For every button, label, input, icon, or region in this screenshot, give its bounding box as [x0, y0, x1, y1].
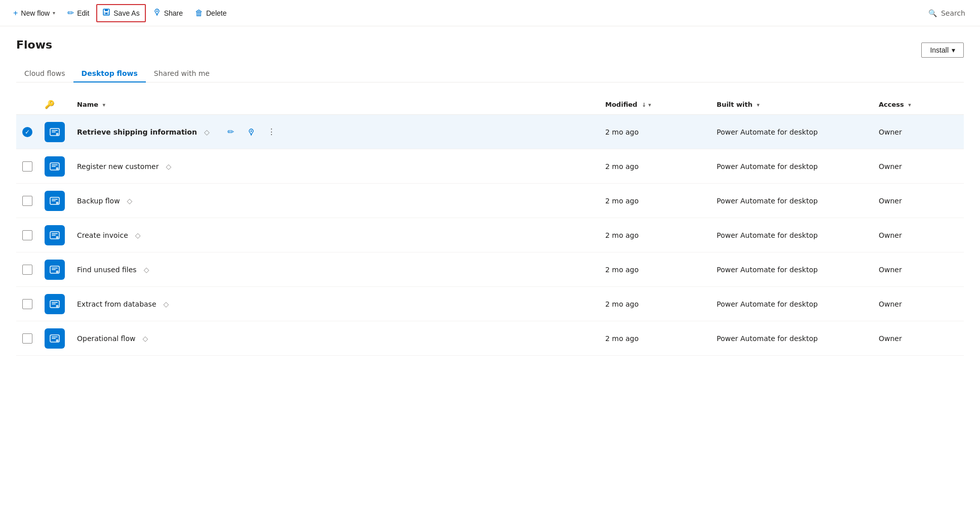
row-built-with: Power Automate for desktop [711, 321, 873, 356]
row-checkbox[interactable] [16, 252, 38, 287]
row-access: Owner [873, 115, 964, 149]
tabs-container: Cloud flows Desktop flows Shared with me [16, 65, 964, 82]
save-as-icon [102, 8, 110, 18]
page-title: Flows [16, 38, 52, 51]
row-access: Owner [873, 287, 964, 321]
access-sort-icon: ▾ [908, 102, 911, 108]
row-built-with: Power Automate for desktop [711, 184, 873, 218]
svg-point-17 [56, 201, 59, 204]
row-flow-icon-cell [38, 149, 71, 184]
row-checkbox[interactable] [16, 184, 38, 218]
table-header: 🔑 Name ▾ Modified ↓ ▾ Built with ▾ Acces… [16, 95, 964, 115]
svg-rect-31 [52, 336, 58, 337]
row-access: Owner [873, 321, 964, 356]
premium-icon: ◇ [144, 266, 149, 274]
edit-button[interactable]: ✏ Edit [62, 5, 94, 21]
toolbar: + New flow ▾ ✏ Edit Save As Share 🗑 D [0, 0, 980, 26]
row-name-cell[interactable]: Create invoice ◇ [71, 218, 599, 252]
flows-table: 🔑 Name ▾ Modified ↓ ▾ Built with ▾ Acces… [16, 95, 964, 356]
row-access: Owner [873, 252, 964, 287]
flow-name: Backup flow [77, 197, 120, 205]
svg-rect-7 [52, 132, 56, 133]
row-flow-icon-cell [38, 252, 71, 287]
col-header-name[interactable]: Name ▾ [71, 95, 599, 115]
row-modified: 2 mo ago [599, 252, 711, 287]
new-flow-button[interactable]: + New flow ▾ [8, 6, 60, 21]
table-row[interactable]: Backup flow ◇2 mo agoPower Automate for … [16, 184, 964, 218]
row-built-with: Power Automate for desktop [711, 115, 873, 149]
row-modified: 2 mo ago [599, 149, 711, 184]
svg-rect-23 [52, 268, 58, 269]
checkbox-empty [22, 230, 32, 240]
flow-icon [45, 294, 65, 314]
flow-icon [45, 260, 65, 280]
row-modified: 2 mo ago [599, 287, 711, 321]
svg-rect-19 [52, 233, 58, 234]
flow-icon [45, 328, 65, 349]
checkbox-empty [22, 161, 32, 172]
row-checkbox[interactable] [16, 287, 38, 321]
col-header-modified[interactable]: Modified ↓ ▾ [599, 95, 711, 115]
row-name-cell[interactable]: Register new customer ◇ [71, 149, 599, 184]
row-name-cell[interactable]: Find unused files ◇ [71, 252, 599, 287]
flow-icon [45, 191, 65, 211]
svg-rect-1 [105, 9, 108, 11]
flow-name: Register new customer [77, 162, 159, 171]
row-name-cell[interactable]: Extract from database ◇ [71, 287, 599, 321]
premium-icon: ◇ [204, 128, 210, 136]
save-as-button[interactable]: Save As [96, 4, 145, 22]
premium-icon: ◇ [164, 300, 169, 308]
svg-rect-12 [52, 166, 56, 167]
row-modified: 2 mo ago [599, 321, 711, 356]
svg-point-21 [56, 236, 59, 238]
tab-shared-with-me[interactable]: Shared with me [146, 65, 218, 82]
share-button[interactable]: Share [148, 5, 188, 21]
row-built-with: Power Automate for desktop [711, 287, 873, 321]
tab-desktop-flows[interactable]: Desktop flows [73, 65, 146, 82]
search-box[interactable]: 🔍 Search [922, 6, 972, 21]
table-row[interactable]: Create invoice ◇2 mo agoPower Automate f… [16, 218, 964, 252]
delete-button[interactable]: 🗑 Delete [190, 6, 231, 21]
svg-point-33 [56, 339, 59, 342]
table-body: ✓ Retrieve shipping information ◇ ✏ ⋮ 2 … [16, 115, 964, 356]
table-row[interactable]: Extract from database ◇2 mo agoPower Aut… [16, 287, 964, 321]
row-share-button[interactable] [243, 124, 259, 140]
tab-cloud-flows[interactable]: Cloud flows [16, 65, 73, 82]
built-sort-icon: ▾ [757, 102, 760, 108]
row-edit-button[interactable]: ✏ [223, 124, 239, 140]
svg-rect-28 [52, 304, 56, 305]
row-checkbox[interactable]: ✓ [16, 115, 38, 149]
header-row: Flows Install ▾ [16, 38, 964, 61]
col-header-key: 🔑 [38, 95, 71, 115]
svg-point-29 [56, 305, 59, 307]
checkbox-empty [22, 333, 32, 344]
premium-icon: ◇ [127, 197, 133, 205]
row-modified: 2 mo ago [599, 184, 711, 218]
premium-icon: ◇ [142, 334, 148, 343]
row-more-button[interactable]: ⋮ [263, 124, 280, 140]
table-row[interactable]: ✓ Retrieve shipping information ◇ ✏ ⋮ 2 … [16, 115, 964, 149]
install-button[interactable]: Install ▾ [921, 43, 964, 58]
col-header-built-with[interactable]: Built with ▾ [711, 95, 873, 115]
row-name-cell[interactable]: Retrieve shipping information ◇ ✏ ⋮ [71, 115, 599, 149]
row-flow-icon-cell [38, 115, 71, 149]
row-name-cell[interactable]: Operational flow ◇ [71, 321, 599, 356]
row-checkbox[interactable] [16, 149, 38, 184]
table-row[interactable]: Operational flow ◇2 mo agoPower Automate… [16, 321, 964, 356]
svg-point-8 [56, 133, 59, 135]
svg-point-25 [56, 270, 59, 273]
row-checkbox[interactable] [16, 321, 38, 356]
table-row[interactable]: Register new customer ◇2 mo agoPower Aut… [16, 149, 964, 184]
row-checkbox[interactable] [16, 218, 38, 252]
svg-rect-32 [52, 338, 56, 339]
col-header-check [16, 95, 38, 115]
table-row[interactable]: Find unused files ◇2 mo agoPower Automat… [16, 252, 964, 287]
svg-point-13 [56, 167, 59, 169]
modified-sort-icon: ↓ ▾ [642, 102, 651, 108]
row-name-cell[interactable]: Backup flow ◇ [71, 184, 599, 218]
share-icon [153, 8, 161, 18]
row-flow-icon-cell [38, 184, 71, 218]
page-content: Flows Install ▾ Cloud flows Desktop flow… [0, 26, 980, 368]
col-header-access[interactable]: Access ▾ [873, 95, 964, 115]
edit-icon: ✏ [67, 8, 74, 18]
